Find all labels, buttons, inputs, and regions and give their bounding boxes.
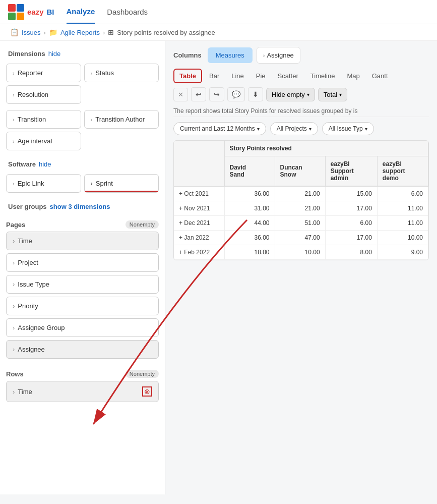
hide-empty-button[interactable]: Hide empty ▾ (266, 88, 315, 101)
row-label: + Dec 2021 (174, 216, 224, 231)
chevron-down-icon: ▾ (365, 126, 367, 132)
tab-gantt[interactable]: Gantt (367, 70, 393, 82)
tab-line[interactable]: Line (226, 70, 249, 82)
tab-timeline[interactable]: Timeline (305, 70, 340, 82)
table-row: + Dec 2021 44.00 51.00 6.00 11.00 (174, 216, 428, 231)
th-empty (174, 141, 224, 186)
dimensions-header: Dimensions hide (0, 46, 165, 62)
pages-item-assignee-group[interactable]: › Assignee Group (6, 318, 159, 337)
row-label: + Nov 2021 (174, 201, 224, 216)
dim-sprint[interactable]: › Sprint (84, 174, 159, 193)
breadcrumb-issues[interactable]: Issues (22, 29, 41, 36)
table-icon: ⊞ (108, 28, 114, 36)
total-button[interactable]: Total ▾ (318, 88, 347, 101)
pages-item-issue-type[interactable]: › Issue Type (6, 275, 159, 294)
dim-transition-author-label: Transition Author (95, 116, 145, 123)
tab-table[interactable]: Table (173, 69, 202, 83)
columns-row: Columns Measures › Assignee (173, 47, 429, 64)
rows-section: Rows Nonempty › Time ⊗ (0, 366, 165, 406)
chevron-icon: › (13, 302, 15, 310)
cell-duncan: 21.00 (275, 186, 325, 201)
cell-duncan: 21.00 (275, 201, 325, 216)
user-groups-header: User groups show 3 dimensions (0, 199, 165, 214)
dim-reporter-label: Reporter (18, 69, 43, 77)
dim-reporter[interactable]: › Reporter (6, 64, 81, 82)
dimensions-hide-link[interactable]: hide (48, 50, 61, 58)
cell-demo: 6.00 (377, 186, 428, 201)
tab-map[interactable]: Map (342, 70, 364, 82)
tab-pie[interactable]: Pie (251, 70, 271, 82)
th-duncan-snow: DuncanSnow (275, 156, 325, 187)
dim-transition-label: Transition (18, 116, 46, 123)
cell-admin: 15.00 (325, 186, 377, 201)
dim-resolution-label: Resolution (18, 91, 48, 98)
software-header: Software hide (0, 156, 165, 172)
breadcrumb-folder[interactable]: Agile Reports (60, 29, 100, 36)
dim-status-label: Status (95, 69, 114, 77)
nav-analyze[interactable]: Analyze (67, 0, 95, 24)
pages-assignee-group-label: Assignee Group (18, 324, 65, 331)
breadcrumb-sep2: › (103, 29, 105, 36)
pages-assignee-label: Assignee (18, 346, 44, 353)
undo-button[interactable]: ↩ (191, 87, 206, 101)
chevron-icon: › (91, 180, 93, 187)
assignee-chip[interactable]: › Assignee (257, 47, 300, 64)
app-container: eazyBI Analyze Dashboards 📋 Issues › 📁 A… (0, 0, 437, 494)
filter-projects[interactable]: All Projects ▾ (270, 122, 318, 135)
chevron-icon: › (13, 70, 15, 76)
th-eazybi-support-admin: eazyBISupportadmin (325, 156, 377, 187)
cell-david: 36.00 (224, 231, 275, 245)
tab-scatter[interactable]: Scatter (273, 70, 303, 82)
pages-item-priority[interactable]: › Priority (6, 297, 159, 315)
dim-epic-link[interactable]: › Epic Link (6, 174, 81, 193)
left-panel: Dimensions hide › Reporter › Status › Re… (0, 41, 165, 494)
pages-item-project[interactable]: › Project (6, 253, 159, 272)
nav-dashboards[interactable]: Dashboards (107, 1, 148, 23)
pages-item-time[interactable]: › Time (6, 232, 159, 250)
row-label: + Oct 2021 (174, 186, 224, 201)
dim-age-interval[interactable]: › Age interval (6, 132, 81, 150)
cell-duncan: 51.00 (275, 216, 325, 231)
pages-label: Pages (6, 221, 25, 229)
cell-admin: 8.00 (325, 245, 377, 260)
rows-item-time[interactable]: › Time ⊗ (6, 381, 159, 402)
row-label: + Jan 2022 (174, 231, 224, 245)
breadcrumb-sep1: › (44, 29, 46, 36)
cell-demo: 10.00 (377, 231, 428, 245)
filter-row: Current and Last 12 Months ▾ All Project… (173, 122, 429, 135)
measures-chip[interactable]: Measures (208, 47, 253, 63)
user-groups-show-link[interactable]: show 3 dimensions (50, 203, 110, 210)
row-label: + Feb 2022 (174, 245, 224, 260)
dim-resolution[interactable]: › Resolution (6, 85, 81, 104)
cell-admin: 6.00 (325, 216, 377, 231)
logo[interactable]: eazyBI (8, 4, 54, 20)
issues-icon: 📋 (10, 28, 19, 36)
tab-bar[interactable]: Bar (204, 70, 224, 82)
cut-button[interactable]: ✕ (173, 88, 188, 101)
redo-button[interactable]: ↪ (209, 87, 224, 101)
dim-status[interactable]: › Status (84, 64, 159, 82)
comment-button[interactable]: 💬 (227, 87, 245, 101)
report-description: The report shows total Story Points for … (173, 105, 429, 117)
dim-transition[interactable]: › Transition (6, 110, 81, 129)
chevron-icon: › (13, 92, 15, 98)
chevron-icon: › (13, 259, 15, 266)
table-row: + Feb 2022 18.00 10.00 8.00 9.00 (174, 245, 428, 260)
pages-item-assignee[interactable]: › Assignee (6, 340, 159, 359)
pages-issue-type-label: Issue Type (18, 281, 49, 288)
download-button[interactable]: ⬇ (248, 87, 263, 101)
software-hide-link[interactable]: hide (39, 160, 51, 168)
remove-time-button[interactable]: ⊗ (142, 386, 152, 397)
breadcrumb: 📋 Issues › 📁 Agile Reports › ⊞ Story poi… (0, 24, 437, 41)
chevron-icon: › (13, 138, 15, 144)
top-nav: eazyBI Analyze Dashboards (0, 0, 437, 24)
chevron-icon: › (263, 52, 265, 59)
dim-transition-author[interactable]: › Transition Author (84, 110, 159, 129)
filter-time[interactable]: Current and Last 12 Months ▾ (173, 122, 266, 135)
chevron-icon: › (13, 388, 15, 396)
filter-issue-type[interactable]: All Issue Typ ▾ (322, 122, 374, 135)
table-row: + Nov 2021 31.00 21.00 17.00 11.00 (174, 201, 428, 216)
chevron-icon: › (13, 346, 15, 353)
chevron-down-icon: ▾ (339, 92, 342, 97)
cell-demo: 9.00 (377, 245, 428, 260)
